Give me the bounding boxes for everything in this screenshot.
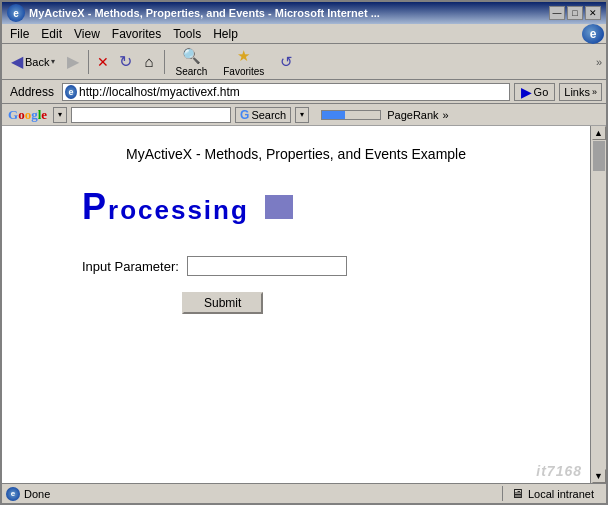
submit-row: Submit	[182, 292, 263, 314]
status-text: Done	[24, 488, 50, 500]
menu-file[interactable]: File	[4, 26, 35, 42]
favorites-button-label: Favorites	[223, 66, 264, 77]
favorites-icon: ★	[237, 47, 250, 65]
address-favicon: e	[63, 84, 79, 100]
input-label: Input Parameter:	[82, 259, 179, 274]
address-bar: Address e ▶ Go Links »	[2, 80, 606, 104]
page-heading: MyActiveX - Methods, Properties, and Eve…	[126, 146, 466, 162]
links-button[interactable]: Links »	[559, 83, 602, 101]
toolbar: ◀ Back ▾ ▶ ✕ ↻ ⌂ 🔍 Search ★ Fav	[2, 44, 606, 80]
input-parameter-field[interactable]	[187, 256, 347, 276]
toolbar-separator-2	[164, 50, 165, 74]
google-g-icon: G	[240, 108, 249, 122]
search-icon: 🔍	[182, 47, 201, 65]
scroll-up-button[interactable]: ▲	[592, 126, 606, 140]
minimize-button[interactable]: —	[549, 6, 565, 20]
google-search-button[interactable]: G Search	[235, 107, 291, 123]
scrollbar[interactable]: ▲ ▼	[590, 126, 606, 483]
window-title: MyActiveX - Methods, Properties, and Eve…	[29, 7, 380, 19]
processing-indicator	[265, 195, 293, 219]
content-inner: MyActiveX - Methods, Properties, and Eve…	[2, 126, 590, 483]
processing-row: Processing	[82, 186, 293, 228]
zone-icon: 🖥	[511, 486, 524, 501]
go-arrow-icon: ▶	[521, 84, 532, 100]
google-bar: Google ▾ G Search ▾ PageRank »	[2, 104, 606, 126]
browser-window: e MyActiveX - Methods, Properties, and E…	[0, 0, 608, 505]
menu-bar: File Edit View Favorites Tools Help e	[2, 24, 606, 44]
google-logo-button[interactable]: Google	[6, 107, 49, 123]
google-search-label: Search	[251, 109, 286, 121]
content-viewport: MyActiveX - Methods, Properties, and Eve…	[2, 126, 606, 483]
scroll-thumb[interactable]	[593, 141, 605, 171]
pagerank-bar	[321, 110, 381, 120]
status-right: 🖥 Local intranet	[502, 486, 602, 501]
menu-view[interactable]: View	[68, 26, 106, 42]
refresh-button[interactable]: ↻	[115, 48, 136, 76]
stop-button[interactable]: ✕	[93, 48, 113, 76]
google-logo-text: Google	[8, 107, 47, 123]
home-button[interactable]: ⌂	[138, 48, 159, 76]
forward-arrow-icon: ▶	[67, 52, 79, 71]
pagerank-button[interactable]: PageRank »	[317, 107, 453, 123]
address-label: Address	[6, 84, 58, 100]
google-search-input[interactable]	[71, 107, 231, 123]
search-button[interactable]: 🔍 Search	[169, 47, 215, 77]
pagerank-chevrons-icon: »	[443, 109, 449, 121]
forward-button[interactable]: ▶	[62, 48, 84, 76]
close-button[interactable]: ✕	[585, 6, 601, 20]
status-ie-logo: e	[6, 487, 20, 501]
home-icon: ⌂	[144, 53, 153, 70]
ie-logo-menu: e	[582, 25, 604, 43]
menu-help[interactable]: Help	[207, 26, 244, 42]
input-row: Input Parameter:	[82, 256, 347, 276]
toolbar-chevrons-icon[interactable]: »	[596, 56, 602, 68]
favorites-button[interactable]: ★ Favorites	[216, 47, 271, 77]
google-dropdown-button[interactable]: ▾	[53, 107, 67, 123]
title-bar: e MyActiveX - Methods, Properties, and E…	[2, 2, 606, 24]
pagerank-label: PageRank	[387, 109, 438, 121]
maximize-button[interactable]: □	[567, 6, 583, 20]
window-controls: — □ ✕	[549, 6, 601, 20]
refresh-icon: ↻	[119, 52, 132, 71]
back-dropdown-icon[interactable]: ▾	[51, 57, 55, 66]
search-button-label: Search	[176, 66, 208, 77]
scroll-down-button[interactable]: ▼	[592, 469, 606, 483]
google-search-dropdown[interactable]: ▾	[295, 107, 309, 123]
links-chevrons-icon: »	[592, 87, 597, 97]
processing-text: Processing	[82, 186, 249, 228]
submit-button[interactable]: Submit	[182, 292, 263, 314]
address-ie-icon: e	[65, 85, 77, 99]
menu-edit[interactable]: Edit	[35, 26, 68, 42]
address-input[interactable]	[79, 85, 509, 99]
content-area: MyActiveX - Methods, Properties, and Eve…	[2, 126, 590, 483]
ie-logo-icon: e	[582, 24, 604, 44]
scroll-track	[593, 140, 605, 469]
stop-icon: ✕	[97, 54, 109, 70]
back-button[interactable]: ◀ Back ▾	[6, 48, 60, 76]
status-bar: e Done 🖥 Local intranet	[2, 483, 606, 503]
media-button[interactable]: ↺	[273, 47, 300, 77]
toolbar-separator-1	[88, 50, 89, 74]
zone-section: 🖥 Local intranet	[502, 486, 602, 501]
status-text-section: e Done	[6, 487, 502, 501]
zone-label: Local intranet	[528, 488, 594, 500]
ie-window-icon: e	[7, 4, 25, 22]
address-input-wrap: e	[62, 83, 510, 101]
status-ie-icon: e	[6, 487, 20, 501]
back-label: Back	[25, 56, 49, 68]
watermark: it7168	[536, 463, 582, 479]
media-icon: ↺	[280, 53, 293, 71]
back-arrow-icon: ◀	[11, 52, 23, 71]
toolbar-right: »	[596, 56, 602, 68]
menu-favorites[interactable]: Favorites	[106, 26, 167, 42]
go-label: Go	[534, 86, 549, 98]
links-label: Links	[564, 86, 590, 98]
menu-tools[interactable]: Tools	[167, 26, 207, 42]
go-button[interactable]: ▶ Go	[514, 83, 556, 101]
